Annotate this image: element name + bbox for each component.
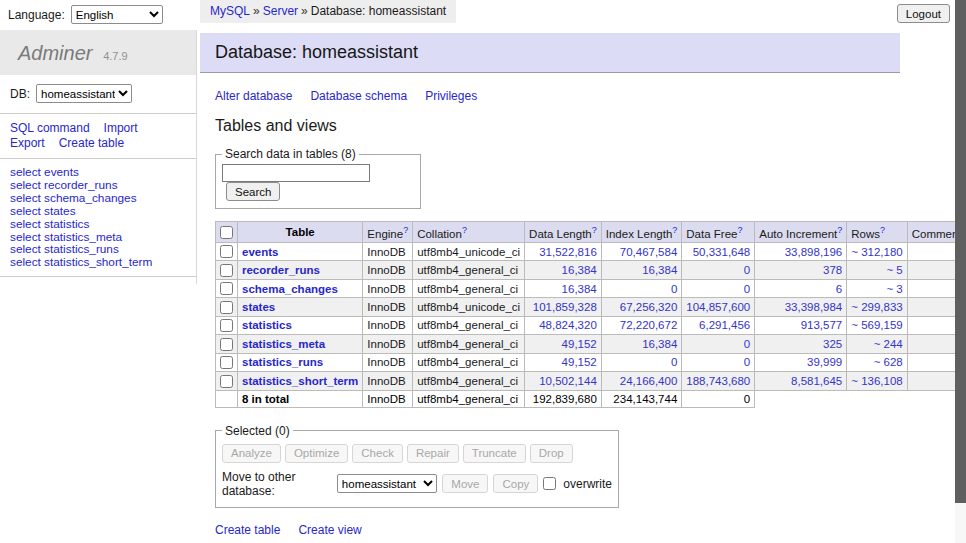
sidebar: Adminer 4.7.9 DB: homeassistant SQL comm… (0, 30, 197, 284)
table-link-statistics_short_term[interactable]: statistics_short_term (242, 375, 358, 387)
move-row: Move to other database: homeassistant Mo… (222, 470, 612, 498)
data-length-cell: 49,152 (525, 353, 602, 371)
auto-increment-cell: 378 (755, 261, 847, 279)
index-length-cell: 16,384 (601, 335, 682, 353)
optimize-button[interactable]: Optimize (285, 444, 348, 463)
index-length-cell: 24,166,400 (601, 372, 682, 390)
table-link-schema_changes[interactable]: schema_changes (242, 283, 338, 295)
check-button[interactable]: Check (352, 444, 403, 463)
sidebar-link-create-table[interactable]: Create table (59, 136, 124, 150)
create-table-link[interactable]: Create table (215, 523, 280, 537)
sidebar-table-links: select eventsselect recorder_runsselect … (0, 166, 196, 269)
column-header-label: Data Length (529, 228, 592, 240)
row-checkbox-statistics_short_term[interactable] (220, 375, 233, 388)
row-checkbox-recorder_runs[interactable] (220, 264, 233, 277)
column-help-link[interactable]: ? (462, 225, 467, 235)
divider (0, 276, 196, 277)
table-name-cell: schema_changes (238, 279, 363, 297)
sidebar-item-recorder_runs[interactable]: select recorder_runs (10, 179, 196, 192)
column-help-link[interactable]: ? (880, 225, 885, 235)
sidebar-link-import[interactable]: Import (104, 121, 138, 135)
sidebar-link-export[interactable]: Export (10, 136, 45, 150)
action-link-privileges[interactable]: Privileges (425, 89, 477, 103)
sidebar-item-statistics_short_term[interactable]: select statistics_short_term (10, 256, 196, 269)
row-checkbox-cell (216, 316, 238, 334)
column-help-link[interactable]: ? (837, 225, 842, 235)
move-button[interactable]: Move (442, 474, 488, 493)
select-all-checkbox[interactable] (220, 226, 233, 239)
column-help-link[interactable]: ? (592, 225, 597, 235)
data-free-cell: 0 (682, 335, 755, 353)
sidebar-item-events[interactable]: select events (10, 166, 196, 179)
column-help-link[interactable]: ? (403, 225, 408, 235)
column-help-link[interactable]: ? (737, 225, 742, 235)
column-help-link[interactable]: ? (672, 225, 677, 235)
db-select[interactable]: homeassistant (36, 84, 132, 103)
data-length-cell: 101,859,328 (525, 298, 602, 316)
table-link-recorder_runs[interactable]: recorder_runs (242, 264, 320, 276)
language-label: Language: (8, 8, 65, 22)
table-name-cell: events (238, 242, 363, 260)
table-link-statistics[interactable]: statistics (242, 319, 292, 331)
app-name: Adminer (18, 42, 92, 64)
sidebar-item-statistics[interactable]: select statistics (10, 218, 196, 231)
index-length-cell: 70,467,584 (601, 242, 682, 260)
row-checkbox-states[interactable] (220, 301, 233, 314)
truncate-button[interactable]: Truncate (463, 444, 526, 463)
sidebar-link-sql-command[interactable]: SQL command (10, 121, 90, 135)
breadcrumb-separator: » (253, 4, 260, 18)
drop-button[interactable]: Drop (530, 444, 573, 463)
column-header-engine: Engine? (363, 222, 413, 243)
row-checkbox-statistics[interactable] (220, 319, 233, 332)
overwrite-checkbox[interactable] (543, 477, 556, 490)
breadcrumb-link-mysql[interactable]: MySQL (210, 4, 250, 18)
table-row: statistics_metaInnoDButf8mb4_general_ci4… (216, 335, 966, 353)
repair-button[interactable]: Repair (407, 444, 459, 463)
scrollbar-thumb[interactable] (955, 0, 966, 503)
sidebar-item-schema_changes[interactable]: select schema_changes (10, 192, 196, 205)
table-link-statistics_runs[interactable]: statistics_runs (242, 356, 323, 368)
table-link-states[interactable]: states (242, 301, 275, 313)
rows-cell: ~ 628 (847, 353, 907, 371)
total-collation-cell: utf8mb4_general_ci (413, 390, 525, 407)
collation-cell: utf8mb4_general_ci (413, 261, 525, 279)
breadcrumb-current: Database: homeassistant (311, 4, 446, 18)
row-checkbox-events[interactable] (220, 245, 233, 258)
data-free-cell: 0 (682, 279, 755, 297)
create-view-link[interactable]: Create view (298, 523, 361, 537)
collation-cell: utf8mb4_general_ci (413, 279, 525, 297)
language-row: Language: English (8, 5, 163, 24)
analyze-button[interactable]: Analyze (222, 444, 281, 463)
rows-cell: ~ 299,833 (847, 298, 907, 316)
data-free-cell: 104,857,600 (682, 298, 755, 316)
table-row: recorder_runsInnoDButf8mb4_general_ci16,… (216, 261, 966, 279)
table-row: statistics_runsInnoDButf8mb4_general_ci4… (216, 353, 966, 371)
search-input[interactable] (222, 164, 370, 182)
table-link-statistics_meta[interactable]: statistics_meta (242, 338, 325, 350)
vertical-scrollbar[interactable] (955, 0, 966, 543)
search-button[interactable]: Search (226, 182, 280, 201)
sidebar-item-states[interactable]: select states (10, 205, 196, 218)
row-checkbox-statistics_meta[interactable] (220, 338, 233, 351)
row-checkbox-cell (216, 335, 238, 353)
column-header-label: Collation (417, 228, 462, 240)
data-length-cell: 10,502,144 (525, 372, 602, 390)
rows-cell: ~ 3 (847, 279, 907, 297)
copy-button[interactable]: Copy (493, 474, 538, 493)
overwrite-label: overwrite (563, 477, 612, 491)
table-row: statesInnoDButf8mb4_unicode_ci101,859,32… (216, 298, 966, 316)
row-checkbox-schema_changes[interactable] (220, 282, 233, 295)
selected-buttons-row: AnalyzeOptimizeCheckRepairTruncateDrop (222, 444, 612, 463)
logout-button[interactable]: Logout (897, 4, 950, 23)
action-link-alter-database[interactable]: Alter database (215, 89, 292, 103)
main-area: MySQL»Server»Database: homeassistant Dat… (200, 0, 900, 543)
row-checkbox-statistics_runs[interactable] (220, 356, 233, 369)
move-db-select[interactable]: homeassistant (337, 474, 437, 493)
breadcrumb-link-server[interactable]: Server (263, 4, 298, 18)
language-select[interactable]: English (71, 5, 163, 24)
action-link-database-schema[interactable]: Database schema (310, 89, 407, 103)
table-header-row: TableEngine?Collation?Data Length?Index … (216, 222, 966, 243)
table-link-events[interactable]: events (242, 246, 278, 258)
total-label-cell: 8 in total (238, 390, 363, 407)
data-length-cell: 49,152 (525, 335, 602, 353)
